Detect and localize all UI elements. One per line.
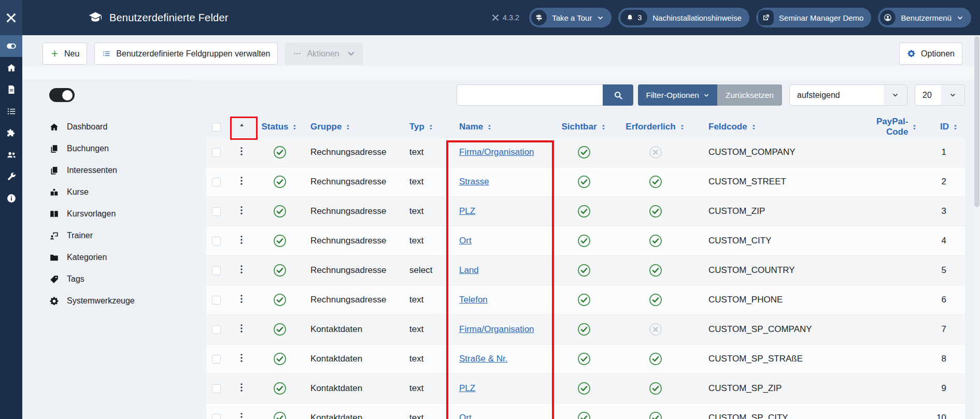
topbar-button-take-a-tour[interactable]: Take a Tour — [529, 8, 612, 27]
chevron-down-icon — [347, 49, 356, 58]
sidebar-item-kurse[interactable]: Kurse — [22, 181, 191, 203]
cell-typ: text — [402, 285, 449, 315]
row-actions-kebab[interactable] — [236, 175, 247, 186]
asc-icon[interactable] — [238, 122, 246, 129]
row-checkbox[interactable] — [212, 266, 221, 275]
reset-button[interactable]: Zurücksetzen — [717, 84, 782, 106]
rail-item-toggle[interactable] — [0, 35, 22, 57]
field-name-link[interactable]: Ort — [459, 236, 472, 245]
sidebar-item-dashboard[interactable]: Dashboard — [22, 116, 191, 138]
sort-icon — [600, 124, 607, 131]
row-actions-kebab[interactable] — [236, 234, 247, 245]
options-button[interactable]: Optionen — [899, 42, 962, 65]
column-header-label: Typ — [409, 122, 424, 132]
rail-item-home[interactable] — [0, 57, 22, 79]
sidebar-item-kategorien[interactable]: Kategorien — [22, 247, 191, 268]
field-name-link[interactable]: Firma/Organisation — [459, 324, 534, 334]
column-header-id[interactable]: ID — [940, 122, 959, 132]
sidebar-item-trainer[interactable]: Trainer — [22, 225, 191, 247]
field-name-link[interactable]: PLZ — [459, 206, 475, 216]
column-header-name[interactable]: Name — [459, 122, 493, 132]
rail-item-info[interactable] — [0, 187, 22, 209]
cell-feldcode: CUSTOM_CITY — [701, 226, 876, 256]
cell-paypal — [876, 374, 920, 403]
row-checkbox[interactable] — [212, 148, 221, 157]
page-size-value: 20 — [915, 91, 941, 100]
search-button[interactable] — [603, 84, 633, 106]
column-header-feldcode[interactable]: Feldcode — [708, 122, 757, 132]
page-size-select[interactable]: 20 — [915, 84, 965, 106]
check-circle-icon — [577, 352, 591, 366]
row-actions-kebab[interactable] — [236, 146, 247, 157]
rail-item-puzzle[interactable] — [0, 122, 22, 144]
row-checkbox[interactable] — [212, 178, 221, 186]
sidebar-item-systemwerkzeuge[interactable]: Systemwerkzeuge — [22, 290, 191, 312]
sidebar-item-interessenten[interactable]: Interessenten — [22, 160, 191, 181]
row-checkbox[interactable] — [212, 207, 221, 216]
column-header-erforderlich[interactable]: Erforderlich — [626, 122, 685, 132]
sidebar-item-tags[interactable]: Tags — [22, 268, 191, 290]
rail-item-users[interactable] — [0, 144, 22, 166]
check-circle-icon — [273, 382, 287, 395]
select-all-checkbox[interactable] — [212, 123, 221, 132]
sidebar-item-kursvorlagen[interactable]: Kursvorlagen — [22, 203, 191, 225]
version-text: 4.3.2 — [503, 13, 519, 22]
sidebar-item-buchungen[interactable]: Buchungen — [22, 138, 191, 160]
field-name-link[interactable]: Firma/Organisation — [459, 147, 534, 157]
cell-paypal — [876, 197, 920, 226]
column-header-gruppe[interactable]: Gruppe — [310, 122, 351, 132]
column-header-typ[interactable]: Typ — [409, 122, 434, 132]
manage-field-groups-button[interactable]: Benutzerdefinierte Feldgruppen verwalten — [94, 42, 278, 65]
row-checkbox[interactable] — [212, 325, 221, 334]
row-actions-kebab[interactable] — [236, 352, 247, 364]
row-actions-kebab[interactable] — [236, 382, 247, 393]
field-name-link[interactable]: Strasse — [459, 177, 489, 186]
row-checkbox[interactable] — [212, 237, 221, 245]
chevron-down-icon — [597, 15, 604, 21]
rail-item-file[interactable] — [0, 79, 22, 100]
joomla-logo[interactable] — [0, 0, 22, 35]
cell-gruppe: Kontaktdaten — [303, 344, 402, 374]
sidebar-toggle-switch[interactable] — [49, 88, 75, 102]
row-actions-kebab[interactable] — [236, 323, 247, 334]
icon-rail — [0, 35, 22, 419]
topbar-button-seminar-manager-demo[interactable]: Seminar Manager Demo — [756, 8, 871, 27]
search-icon — [613, 90, 623, 100]
kebab-icon — [236, 205, 247, 215]
home-icon — [6, 63, 17, 73]
sidebar-item-label: Kategorien — [67, 253, 107, 262]
column-header-status[interactable]: Status — [262, 122, 299, 132]
row-checkbox[interactable] — [212, 355, 221, 364]
row-actions-kebab[interactable] — [236, 205, 247, 216]
copy-icon — [49, 166, 59, 176]
row-actions-kebab[interactable] — [236, 293, 247, 305]
topbar: Benutzerdefinierte Felder 4.3.2 Take a T… — [0, 0, 980, 35]
row-checkbox[interactable] — [212, 296, 221, 305]
row-checkbox[interactable] — [212, 384, 221, 393]
rail-item-list[interactable] — [0, 100, 22, 122]
scrollbar-thumb[interactable] — [974, 36, 979, 207]
field-name-link[interactable]: Telefon — [459, 295, 488, 305]
sort-direction-select[interactable]: aufsteigend — [789, 84, 907, 106]
filter-options-button[interactable]: Filter-Optionen — [638, 84, 717, 106]
toggle-icon — [6, 41, 17, 51]
field-name-link[interactable]: Ort — [459, 413, 472, 419]
row-checkbox[interactable] — [212, 414, 221, 419]
column-header-paypal[interactable]: PayPal-Code — [876, 117, 918, 137]
topbar-button-user-menu[interactable]: Benutzermenü — [878, 8, 971, 27]
actions-button[interactable]: Aktionen — [285, 42, 363, 65]
new-button[interactable]: Neu — [42, 42, 87, 65]
topbar-button-post-installation-messages[interactable]: 3Nachinstallationshinweise — [618, 8, 749, 27]
rail-item-wrench[interactable] — [0, 166, 22, 187]
row-actions-kebab[interactable] — [236, 411, 247, 419]
cell-typ: text — [402, 344, 449, 374]
search-input[interactable] — [457, 84, 603, 106]
column-header-sichtbar[interactable]: Sichtbar — [561, 122, 606, 132]
cell-paypal — [876, 403, 920, 419]
row-actions-kebab[interactable] — [236, 264, 247, 275]
field-name-link[interactable]: Land — [459, 265, 479, 275]
scrollbar[interactable] — [974, 35, 980, 419]
field-name-link[interactable]: PLZ — [459, 383, 475, 393]
field-name-link[interactable]: Straße & Nr. — [459, 354, 508, 364]
cell-gruppe: Rechnungsadresse — [303, 197, 402, 226]
